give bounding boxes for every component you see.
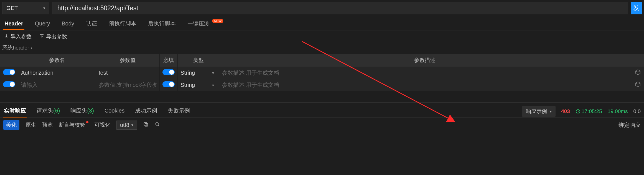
svg-rect-2 (144, 122, 147, 125)
response-time: 17:05:25 (576, 108, 602, 114)
tab-body[interactable]: Body (60, 19, 75, 30)
section-title: 系统header (2, 44, 29, 51)
format-assert[interactable]: 断言与校验 (59, 121, 88, 129)
format-visualize[interactable]: 可视化 (95, 121, 110, 129)
chevron-down-icon: ▾ (550, 109, 552, 114)
svg-point-3 (156, 122, 159, 125)
param-name-input[interactable] (21, 70, 93, 76)
col-value: 参数值 (96, 54, 160, 67)
param-value-input[interactable] (99, 70, 157, 76)
response-duration: 19.00ms (608, 108, 628, 114)
send-button[interactable]: 发 (631, 2, 642, 14)
svg-rect-1 (145, 123, 148, 126)
header-params-table: 参数名 参数值 必填 类型 参数描述 String ▾ (0, 54, 644, 91)
type-select[interactable]: String ▾ (180, 82, 216, 88)
send-label: 发 (633, 4, 639, 12)
col-required: 必填 (160, 54, 178, 67)
cube-icon[interactable] (635, 69, 641, 77)
response-example-dropdown[interactable]: 响应示例 ▾ (522, 106, 556, 117)
method-select[interactable]: GET ▾ (2, 2, 49, 14)
chevron-down-icon: ▾ (212, 71, 214, 75)
tab-query[interactable]: Query (34, 19, 51, 30)
format-bar: 美化 原生 预览 断言与校验 可视化 utf8 ▾ 绑定响应 (0, 117, 644, 132)
param-desc-input[interactable] (222, 82, 627, 88)
new-badge: NEW (212, 19, 223, 23)
tab-pre-script[interactable]: 预执行脚本 (108, 18, 138, 30)
tab-fail-example[interactable]: 失败示例 (167, 105, 190, 117)
search-icon[interactable] (155, 122, 160, 129)
tab-success-example[interactable]: 成功示例 (134, 105, 158, 117)
export-params-button[interactable]: 导出参数 (39, 33, 67, 40)
format-preview[interactable]: 预览 (42, 121, 53, 129)
enable-toggle[interactable] (3, 69, 15, 75)
import-params-button[interactable]: 导入参数 (4, 33, 32, 40)
tab-stress-test[interactable]: 一键压测 NEW (186, 18, 225, 30)
upload-icon (39, 34, 44, 40)
chevron-down-icon: ▾ (131, 123, 133, 127)
status-code: 403 (561, 108, 570, 114)
col-type: 类型 (178, 54, 219, 67)
chevron-down-icon: ▾ (212, 83, 214, 87)
cube-icon[interactable] (635, 81, 641, 89)
request-tabs: Header Query Body 认证 预执行脚本 后执行脚本 一键压测 NE… (0, 16, 644, 30)
system-header-section[interactable]: 系统header › (0, 43, 644, 54)
encoding-select[interactable]: utf8 ▾ (116, 121, 137, 130)
method-value: GET (6, 5, 18, 11)
tab-cookies[interactable]: Cookies (104, 106, 125, 117)
required-toggle[interactable] (162, 69, 175, 75)
enable-toggle[interactable] (3, 81, 15, 87)
table-row: String ▾ (0, 67, 644, 79)
tab-post-script[interactable]: 后执行脚本 (147, 18, 177, 30)
format-beautify[interactable]: 美化 (3, 120, 19, 130)
col-name: 参数名 (18, 54, 96, 67)
chevron-right-icon: › (31, 46, 32, 50)
col-desc: 参数描述 (219, 54, 630, 67)
chevron-down-icon: ▾ (43, 6, 45, 10)
format-raw[interactable]: 原生 (26, 121, 36, 129)
tab-auth[interactable]: 认证 (85, 18, 98, 30)
type-select[interactable]: String ▾ (180, 70, 216, 76)
bind-response-button[interactable]: 绑定响应 (618, 121, 641, 129)
response-tabs: 实时响应 请求头(6) 响应头(3) Cookies 成功示例 失败示例 响应示… (0, 102, 644, 117)
tab-request-headers[interactable]: 请求头(6) (36, 105, 60, 117)
required-toggle[interactable] (162, 81, 175, 87)
tab-header[interactable]: Header (3, 19, 24, 30)
download-icon (4, 34, 9, 40)
clock-icon (576, 109, 581, 114)
response-size: 0.0 (633, 108, 641, 114)
copy-icon[interactable] (143, 122, 149, 129)
tab-response-headers[interactable]: 响应头(3) (70, 105, 94, 117)
param-name-input[interactable] (21, 82, 93, 88)
param-value-input[interactable] (99, 82, 157, 88)
url-input[interactable] (52, 2, 628, 14)
param-desc-input[interactable] (222, 70, 627, 76)
tab-live-response[interactable]: 实时响应 (3, 105, 27, 117)
table-row: String ▾ (0, 79, 644, 91)
alert-dot-icon (86, 121, 88, 123)
